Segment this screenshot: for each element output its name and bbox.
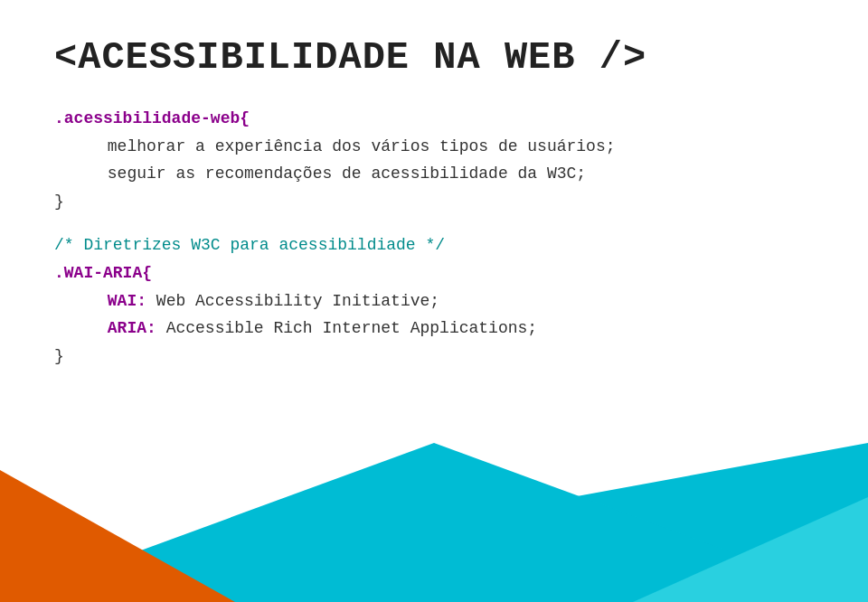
closing-brace-1: } <box>54 188 814 216</box>
selector-text-1: .acessibilidade-web{ <box>54 109 250 127</box>
comment-section: /* Diretrizes W3C para acessibildiade */ <box>54 231 814 259</box>
selector-1: .acessibilidade-web{ <box>54 105 814 133</box>
aria-key: ARIA: <box>108 319 156 337</box>
code-line-3: WAI: Web Accessibility Initiative; <box>54 287 814 315</box>
wai-key: WAI: <box>108 292 146 310</box>
closing-brace-2: } <box>54 343 814 371</box>
slide-title: <ACESSIBILIDADE NA WEB /> <box>54 36 814 80</box>
comment-text: /* Diretrizes W3C para acessibildiade */ <box>54 236 445 254</box>
selector-2: .WAI-ARIA{ <box>54 259 814 287</box>
brace-2: } <box>54 347 64 365</box>
bottom-decoration <box>0 443 868 602</box>
prop-1: melhorar a experiência dos vários tipos … <box>108 137 616 155</box>
decoration-svg <box>0 443 868 602</box>
code-section-2: .WAI-ARIA{ WAI: Web Accessibility Initia… <box>54 259 814 370</box>
brace-1: } <box>54 193 64 211</box>
prop-2: seguir as recomendações de acessibilidad… <box>108 165 586 183</box>
comment-line: /* Diretrizes W3C para acessibildiade */ <box>54 231 814 259</box>
code-section-1: .acessibilidade-web{ melhorar a experiên… <box>54 105 814 215</box>
code-line-4: ARIA: Accessible Rich Internet Applicati… <box>54 315 814 343</box>
selector-text-2: .WAI-ARIA{ <box>54 264 152 282</box>
slide-content: <ACESSIBILIDADE NA WEB /> .acessibilidad… <box>0 0 868 443</box>
code-line-1: melhorar a experiência dos vários tipos … <box>54 133 814 161</box>
wai-value: Web Accessibility Initiative; <box>156 292 439 310</box>
aria-value: Accessible Rich Internet Applications; <box>166 319 537 337</box>
code-line-2: seguir as recomendações de acessibilidad… <box>54 160 814 188</box>
